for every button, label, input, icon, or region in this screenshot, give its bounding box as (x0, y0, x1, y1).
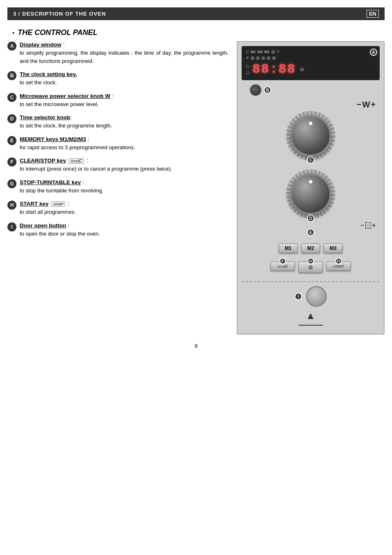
badge-a-display: A (370, 49, 377, 56)
item-a: A Display window : to simplify programmi… (7, 41, 228, 65)
item-d-suffix: : (70, 114, 72, 120)
bullet: • (12, 30, 14, 36)
item-g-title: STOP-TURNTABLE key (20, 179, 81, 185)
knob-c[interactable] (290, 115, 331, 156)
box1-icon: ▦ (251, 56, 254, 60)
badge-e-left: E (7, 136, 16, 145)
item-e: E MEMORY keys M1/M2/M3 : for rapid acces… (7, 136, 228, 152)
page-number: 9 (0, 343, 392, 349)
item-i-content: Door open button : to open the door or s… (20, 222, 228, 238)
item-h-desc: to start all programmes. (20, 208, 228, 216)
m3-key[interactable]: M3 (323, 243, 343, 253)
door-bar (298, 325, 323, 326)
stop-text: STOP (71, 159, 78, 163)
timer-icon: ◶ (246, 70, 250, 75)
start-text: START (53, 202, 63, 206)
item-c: C Microwave power selector knob W : to s… (7, 92, 228, 109)
page-title: THE CONTROL PANEL (18, 28, 97, 37)
knob-d[interactable] (290, 173, 331, 215)
start-key[interactable]: H START (326, 261, 351, 271)
item-g: G STOP-TURNTABLE key : to stop the turnt… (7, 179, 228, 195)
door-button[interactable] (306, 286, 327, 307)
item-i-title: Door open button (20, 222, 66, 229)
item-f-content: CLEAR/STOP key STOP|C : to interrupt (pr… (20, 157, 228, 173)
no-preheat-icon: ⊘ (246, 49, 249, 54)
main-content: A Display window : to simplify programmi… (7, 41, 385, 335)
w-selector-label: − W + (242, 100, 376, 109)
badge-e-panel: E (307, 229, 314, 236)
badge-b-panel: B (264, 86, 271, 94)
item-b: B The clock setting key. to set the cloc… (7, 71, 228, 87)
d-minus: − (361, 222, 364, 229)
item-d: D Time selector knob: to set the clock, … (7, 114, 228, 130)
knob-d-surround[interactable] (286, 169, 335, 219)
box2-icon: ▦ (256, 56, 260, 60)
section-title: 3 / DESCRIPTION OF THE OVEN (13, 11, 106, 17)
badge-h-left: H (7, 201, 16, 210)
clock-button-row: B (250, 84, 380, 96)
start-key-label: START (333, 264, 344, 268)
display-area: ⊘ M1 M2 M3 ▦ ✎ A ✗ ▦ ▦ ▦ ▦ ▦ ◷ ◶ (242, 46, 380, 80)
d-box-icon: □ (365, 222, 371, 229)
badge-c-panel: C (307, 156, 314, 164)
item-g-suffix: : (81, 179, 84, 185)
item-i: I Door open button : to open the door or… (7, 222, 228, 238)
m1-key[interactable]: M1 (279, 243, 298, 253)
item-f-desc: to interrupt (press once) or to cancel a… (20, 165, 228, 173)
w-plus: + (371, 100, 376, 109)
item-a-content: Display window : to simplify programming… (20, 41, 228, 65)
item-h: H START key START : to start all program… (7, 200, 228, 216)
badge-g-left: G (7, 179, 16, 188)
stop-key[interactable]: F STOP|C (270, 261, 295, 271)
m2-key[interactable]: M2 (301, 243, 321, 253)
knob-d-wrapper: D (242, 169, 380, 219)
item-g-content: STOP-TURNTABLE key : to stop the turntab… (20, 179, 228, 195)
knob-c-surround[interactable] (286, 111, 335, 160)
bottom-keys-row: F STOP|C G ⊘ H START (242, 256, 380, 273)
badge-d-left: D (7, 114, 16, 123)
item-h-title: START key (20, 201, 48, 207)
turntable-key[interactable]: G ⊘ (298, 261, 323, 273)
display-symbols: ◷ ◶ (246, 64, 250, 75)
door-section: I ▲ (242, 281, 380, 330)
prog-icon: ▦ (271, 49, 275, 54)
item-f-suffix: : (87, 157, 88, 164)
item-f: F CLEAR/STOP key STOP|C : to interrupt (… (7, 157, 228, 173)
item-h-content: START key START : to start all programme… (20, 200, 228, 216)
badge-g-panel: G (307, 258, 314, 264)
fork-icon: ✗ (246, 56, 249, 60)
item-f-title: CLEAR/STOP key (20, 157, 66, 164)
language-badge: EN (367, 10, 379, 18)
descriptions: A Display window : to simplify programmi… (7, 41, 233, 335)
item-b-content: The clock setting key. to set the clock. (20, 71, 228, 87)
item-i-desc: to open the door or stop the oven. (20, 230, 228, 238)
item-b-title: The clock setting key. (20, 71, 77, 77)
clock-icon: ◷ (246, 64, 250, 69)
display-w-label: W (300, 67, 304, 72)
knob-c-wrapper: C (242, 111, 380, 160)
item-d-content: Time selector knob: to set the clock, th… (20, 114, 228, 130)
display-icons-row: ⊘ M1 M2 M3 ▦ ✎ A (246, 49, 376, 54)
box3-icon: ▦ (261, 56, 265, 60)
item-h-suffix: : (68, 200, 69, 207)
item-i-suffix: : (66, 222, 69, 229)
d-plus: + (372, 222, 376, 229)
item-a-title-suffix: : (61, 41, 65, 48)
badge-f-left: F (7, 157, 16, 166)
edit-icon: ✎ (277, 49, 280, 54)
turntable-icon: ⊘ (308, 264, 313, 271)
clock-button[interactable] (250, 84, 261, 96)
w-letter: W (362, 100, 370, 109)
item-c-desc: to set the microwave power level. (20, 100, 228, 109)
item-e-desc: for rapid access to 3 preprogrammed oper… (20, 143, 228, 152)
door-row: I (295, 286, 327, 307)
m1-label: M1 (251, 50, 256, 54)
display-digits: 88:88 (252, 62, 296, 77)
item-b-desc: to set the clock. (20, 79, 228, 87)
badge-h-panel: H (335, 258, 342, 264)
display-digits-row: ◷ ◶ 88:88 W (246, 62, 376, 77)
item-g-desc: to stop the turntable from revolving. (20, 187, 228, 195)
badge-c-left: C (7, 93, 16, 102)
memory-keys-row: E M1 M2 M3 (242, 237, 380, 253)
box4-icon: ▦ (267, 56, 270, 60)
